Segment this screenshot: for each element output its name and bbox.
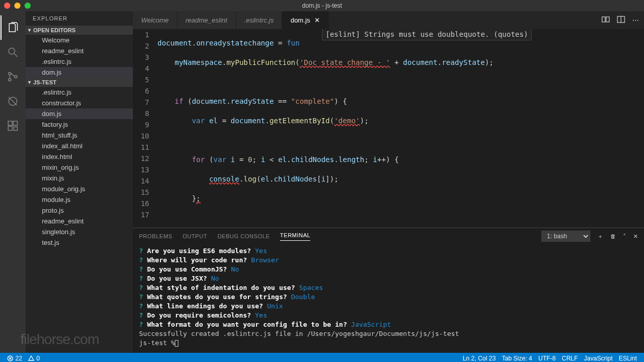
compare-icon[interactable] xyxy=(602,15,610,25)
file-item[interactable]: test.js xyxy=(26,237,133,248)
terminal-output[interactable]: ? Are you using ES6 modules? Yes? Where … xyxy=(133,244,644,353)
svg-point-4 xyxy=(15,76,17,78)
svg-rect-12 xyxy=(606,17,609,22)
tab-problems[interactable]: PROBLEMS xyxy=(139,233,172,239)
file-item[interactable]: mixin_orig.js xyxy=(26,162,133,173)
bottom-panel: PROBLEMS OUTPUT DEBUG CONSOLE TERMINAL 1… xyxy=(133,228,644,353)
svg-point-2 xyxy=(9,73,11,75)
window-title: dom.js - js-test xyxy=(302,2,342,9)
window-maximize-icon[interactable] xyxy=(25,3,31,9)
sidebar: EXPLORER OPEN EDITORS Welcomereadme_esli… xyxy=(26,11,133,353)
editor-tab[interactable]: .eslintrc.js xyxy=(236,11,283,29)
svg-rect-9 xyxy=(8,126,12,130)
terminal-line: ? Where will your code run? Browser xyxy=(139,256,638,265)
file-item[interactable]: html_stuff.js xyxy=(26,130,133,141)
svg-rect-11 xyxy=(602,17,605,22)
activity-bar xyxy=(0,11,26,353)
status-language[interactable]: JavaScript xyxy=(581,355,616,362)
file-item[interactable]: dom.js xyxy=(26,108,133,119)
svg-rect-8 xyxy=(13,121,17,125)
terminal-line: ? Do you require semicolons? Yes xyxy=(139,311,638,320)
code-editor[interactable]: 1234567891011121314151617 document.onrea… xyxy=(133,29,644,228)
status-errors[interactable]: 22 xyxy=(4,355,25,362)
sidebar-title: EXPLORER xyxy=(26,11,133,26)
titlebar: dom.js - js-test xyxy=(0,0,644,11)
close-panel-icon[interactable]: ✕ xyxy=(633,233,638,240)
open-editor-item[interactable]: .eslintrc.js xyxy=(26,56,133,67)
split-editor-icon[interactable] xyxy=(617,15,625,25)
file-item[interactable]: index_all.html xyxy=(26,141,133,151)
status-cursor[interactable]: Ln 2, Col 23 xyxy=(459,355,499,362)
terminal-line: ? What quotes do you use for strings? Do… xyxy=(139,292,638,302)
terminal-line: ? What format do you want your config fi… xyxy=(139,320,638,329)
new-terminal-icon[interactable]: ＋ xyxy=(597,233,603,240)
line-numbers: 1234567891011121314151617 xyxy=(133,29,157,228)
editor-tab[interactable]: dom.js✕ xyxy=(282,11,328,29)
maximize-panel-icon[interactable]: ˄ xyxy=(623,233,626,240)
window-close-icon[interactable] xyxy=(4,3,10,9)
open-editor-item[interactable]: dom.js xyxy=(26,67,133,78)
debug-icon[interactable] xyxy=(1,89,25,114)
terminal-prompt: js-test % xyxy=(139,339,175,347)
terminal-line: ? Are you using ES6 modules? Yes xyxy=(139,246,638,256)
chevron-down-icon xyxy=(29,27,31,33)
file-item[interactable]: singleton.js xyxy=(26,227,133,237)
open-editor-item[interactable]: readme_eslint xyxy=(26,46,133,56)
svg-rect-10 xyxy=(14,127,17,130)
tab-terminal[interactable]: TERMINAL xyxy=(280,232,311,241)
code-content[interactable]: document.onreadystatechange = fun myName… xyxy=(157,29,644,228)
terminal-line: ? What line endings do you use? Unix xyxy=(139,302,638,311)
lint-tooltip: [eslint] Strings must use doublequote. (… xyxy=(322,29,532,40)
section-project[interactable]: JS-TEST xyxy=(26,78,133,87)
svg-point-0 xyxy=(9,48,15,54)
search-icon[interactable] xyxy=(1,40,25,64)
source-control-icon[interactable] xyxy=(1,64,25,89)
status-warnings[interactable]: 0 xyxy=(25,355,43,362)
more-icon[interactable]: ⋯ xyxy=(632,16,639,24)
terminal-select[interactable]: 1: bash xyxy=(541,231,590,242)
status-eol[interactable]: CRLF xyxy=(559,355,581,362)
tab-debug-console[interactable]: DEBUG CONSOLE xyxy=(217,233,269,239)
svg-rect-7 xyxy=(8,121,12,125)
extensions-icon[interactable] xyxy=(1,114,25,138)
editor-tab[interactable]: Welcome xyxy=(133,11,177,29)
editor-tab[interactable]: readme_eslint xyxy=(177,11,236,29)
file-item[interactable]: constructor.js xyxy=(26,98,133,108)
svg-point-3 xyxy=(9,79,11,81)
status-eslint[interactable]: ESLint xyxy=(616,355,640,362)
file-item[interactable]: .eslintrc.js xyxy=(26,87,133,98)
terminal-line: Successfully created .eslintrc.js file i… xyxy=(139,329,638,338)
file-item[interactable]: mixin.js xyxy=(26,173,133,184)
status-encoding[interactable]: UTF-8 xyxy=(535,355,559,362)
file-item[interactable]: readme_eslint xyxy=(26,216,133,227)
file-item[interactable]: module_orig.js xyxy=(26,184,133,194)
svg-line-1 xyxy=(14,54,17,57)
status-tabsize[interactable]: Tab Size: 4 xyxy=(499,355,535,362)
file-item[interactable]: proto.js xyxy=(26,205,133,216)
terminal-line: ? Do you use JSX? No xyxy=(139,274,638,283)
terminal-line: ? Do you use CommonJS? No xyxy=(139,265,638,274)
kill-terminal-icon[interactable]: 🗑 xyxy=(610,233,616,239)
window-minimize-icon[interactable] xyxy=(14,3,20,9)
file-item[interactable]: index.html xyxy=(26,151,133,162)
close-tab-icon[interactable]: ✕ xyxy=(314,16,320,24)
watermark: filehorse.com xyxy=(20,331,99,348)
section-open-editors[interactable]: OPEN EDITORS xyxy=(26,26,133,35)
explorer-icon[interactable] xyxy=(1,15,25,40)
chevron-down-icon xyxy=(29,79,31,85)
editor-tabs: Welcomereadme_eslint.eslintrc.jsdom.js✕ … xyxy=(133,11,644,29)
file-item[interactable]: factory.js xyxy=(26,119,133,130)
statusbar: 22 0 Ln 2, Col 23 Tab Size: 4 UTF-8 CRLF… xyxy=(0,353,644,362)
open-editor-item[interactable]: Welcome xyxy=(26,35,133,46)
terminal-line: ? What style of indentation do you use? … xyxy=(139,283,638,292)
file-item[interactable]: module.js xyxy=(26,194,133,205)
tab-output[interactable]: OUTPUT xyxy=(182,233,207,239)
